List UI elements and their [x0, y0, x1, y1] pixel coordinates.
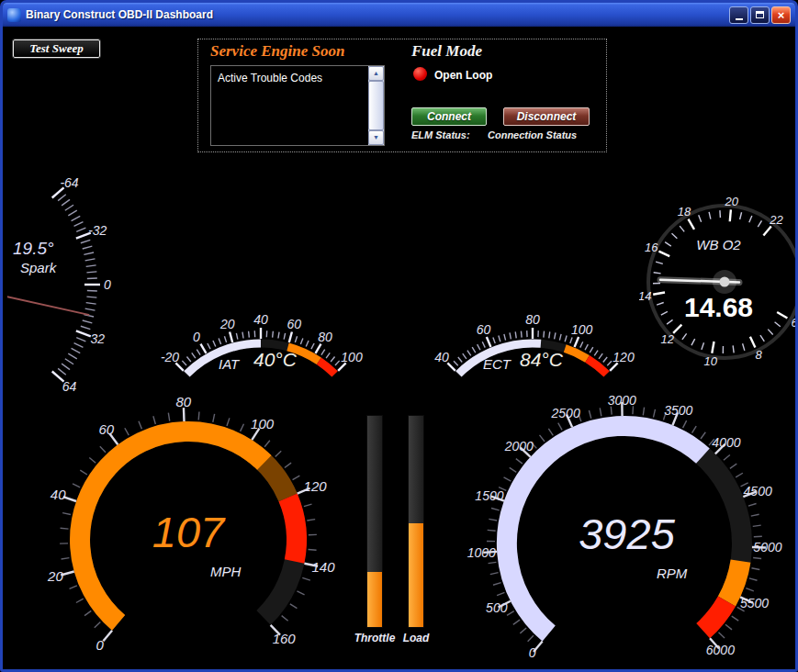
- wbo2-value: 14.68: [639, 292, 795, 323]
- connect-button[interactable]: Connect: [411, 107, 487, 126]
- minimize-icon: [736, 18, 743, 20]
- svg-text:6000: 6000: [706, 643, 735, 657]
- ect-value: 84°C: [520, 349, 563, 371]
- scroll-down-button[interactable]: ▼: [368, 130, 384, 145]
- elm-status-label: ELM Status:: [411, 129, 470, 140]
- scrollbar-thumb[interactable]: [368, 81, 384, 130]
- svg-text:3500: 3500: [664, 403, 692, 418]
- svg-text:500: 500: [486, 600, 508, 615]
- svg-text:20: 20: [724, 195, 738, 208]
- svg-text:100: 100: [571, 322, 593, 337]
- throttle-bar-track: [366, 415, 383, 628]
- rpm-value: 3925: [546, 509, 707, 559]
- speed-gauge: 020406080100120140160 107 MPH: [14, 393, 355, 666]
- title-bar[interactable]: Binary Construct OBD-II Dashboard ×: [3, 3, 795, 27]
- svg-text:60: 60: [477, 322, 491, 337]
- dashboard-area: Test Sweep Service Engine Soon Active Tr…: [3, 27, 795, 669]
- svg-text:80: 80: [525, 312, 540, 327]
- spark-value: 19.5°: [13, 239, 54, 259]
- scrollbar[interactable]: ▲ ▼: [368, 66, 384, 145]
- svg-text:1500: 1500: [475, 488, 503, 503]
- svg-text:5000: 5000: [753, 540, 781, 554]
- svg-text:8: 8: [756, 348, 763, 362]
- app-window: Binary Construct OBD-II Dashboard × Test…: [0, 0, 798, 672]
- load-label: Load: [403, 632, 430, 644]
- svg-text:18: 18: [678, 205, 691, 218]
- fuel-mode-status: Open Loop: [434, 69, 492, 82]
- svg-text:40: 40: [51, 487, 66, 502]
- svg-text:120: 120: [304, 478, 328, 494]
- iat-label: IAT: [219, 356, 239, 372]
- fuel-mode-led-icon: [413, 67, 427, 81]
- svg-text:80: 80: [318, 330, 332, 344]
- disconnect-button[interactable]: Disconnect: [503, 107, 590, 126]
- svg-text:0: 0: [96, 637, 104, 653]
- spark-gauge: -64-3203264 19.5° Spark: [7, 173, 129, 398]
- svg-text:-20: -20: [161, 350, 179, 364]
- app-icon: [7, 8, 21, 22]
- status-panel: Service Engine Soon Active Trouble Codes…: [197, 39, 607, 152]
- test-sweep-button[interactable]: Test Sweep: [13, 39, 100, 58]
- close-button[interactable]: ×: [771, 6, 791, 24]
- wbo2-label: WB O2: [639, 237, 795, 252]
- svg-text:3000: 3000: [608, 393, 636, 408]
- mph-value: 107: [110, 507, 266, 557]
- window-title: Binary Construct OBD-II Dashboard: [26, 8, 213, 21]
- trouble-codes-label: Active Trouble Codes: [218, 72, 322, 84]
- svg-text:40: 40: [253, 312, 268, 327]
- throttle-label: Throttle: [354, 632, 396, 644]
- minimize-button[interactable]: [729, 6, 748, 24]
- load-bar-track: [408, 415, 424, 628]
- svg-text:100: 100: [341, 350, 363, 364]
- svg-text:20: 20: [219, 317, 235, 331]
- spark-label: Spark: [20, 260, 56, 275]
- svg-text:140: 140: [311, 559, 335, 575]
- iat-value: 40°C: [253, 349, 297, 371]
- svg-text:4500: 4500: [744, 484, 772, 498]
- svg-text:32: 32: [91, 331, 106, 346]
- svg-text:100: 100: [251, 416, 275, 431]
- svg-text:-64: -64: [60, 175, 78, 190]
- svg-text:20: 20: [47, 568, 63, 584]
- load-bar: Load: [408, 415, 424, 652]
- rpm-gauge: 0500100015002000250030003500400045005000…: [443, 393, 795, 668]
- svg-text:0: 0: [104, 277, 111, 292]
- ect-label: ECT: [483, 356, 511, 372]
- scroll-down-icon: ▼: [373, 134, 379, 140]
- throttle-bar-fill: [367, 572, 382, 627]
- svg-text:160: 160: [273, 631, 297, 646]
- svg-text:1000: 1000: [467, 545, 496, 560]
- throttle-bar: Throttle: [366, 415, 383, 652]
- svg-text:0: 0: [529, 645, 536, 660]
- mph-label: MPH: [210, 564, 241, 579]
- svg-text:80: 80: [175, 394, 191, 409]
- svg-text:120: 120: [613, 350, 635, 364]
- connection-status-label: Connection Status: [488, 129, 577, 140]
- wideband-o2-gauge: 6810121416182022 WB O2 14.68: [639, 185, 795, 376]
- svg-text:60: 60: [98, 421, 114, 437]
- svg-text:2500: 2500: [551, 406, 580, 420]
- fuel-mode-label: Fuel Mode: [411, 42, 482, 61]
- svg-text:4000: 4000: [712, 435, 740, 450]
- svg-text:0: 0: [193, 330, 200, 344]
- svg-text:12: 12: [661, 332, 675, 346]
- maximize-icon: [756, 11, 764, 18]
- scroll-up-icon: ▲: [373, 70, 379, 76]
- load-bar-fill: [409, 523, 423, 627]
- svg-text:40: 40: [434, 350, 449, 364]
- svg-text:5500: 5500: [740, 596, 769, 610]
- rpm-label: RPM: [657, 566, 687, 581]
- svg-text:-32: -32: [88, 223, 107, 238]
- close-icon: ×: [778, 9, 785, 21]
- service-engine-soon-label: Service Engine Soon: [210, 42, 344, 61]
- svg-text:60: 60: [287, 317, 301, 331]
- svg-text:22: 22: [769, 213, 783, 227]
- trouble-codes-listbox[interactable]: Active Trouble Codes ▲ ▼: [210, 65, 385, 146]
- svg-text:2000: 2000: [504, 439, 534, 454]
- scroll-up-button[interactable]: ▲: [368, 66, 384, 81]
- svg-text:10: 10: [703, 354, 717, 368]
- svg-text:64: 64: [62, 379, 77, 394]
- maximize-button[interactable]: [750, 6, 770, 24]
